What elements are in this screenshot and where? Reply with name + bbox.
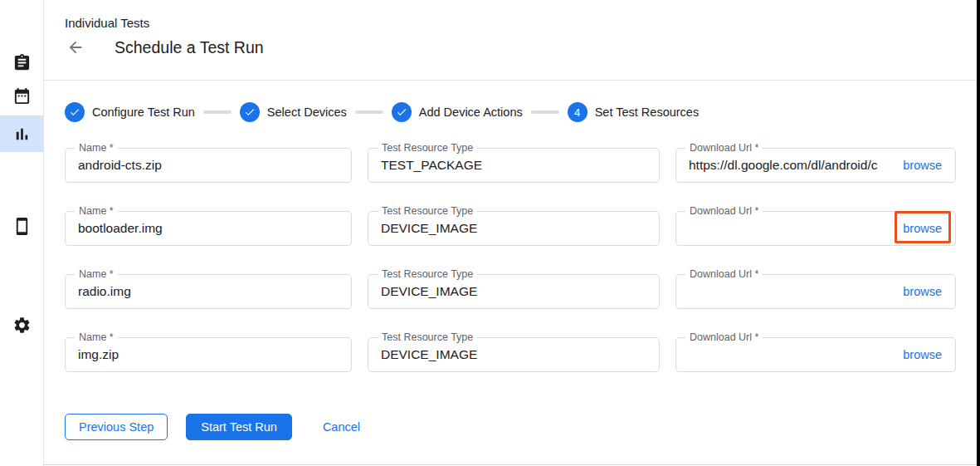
start-test-run-button[interactable]: Start Test Run [186, 414, 292, 440]
field-label: Name * [75, 268, 118, 280]
field-label: Test Resource Type [378, 205, 477, 217]
resource-type-input[interactable]: Test Resource Type DEVICE_IMAGE [368, 274, 660, 309]
step-label: Configure Test Run [92, 105, 195, 119]
field-label: Test Resource Type [378, 268, 477, 280]
resource-type-input[interactable]: Test Resource Type TEST_PACKAGE [368, 148, 660, 183]
stepper-step-select-devices[interactable]: Select Devices [240, 102, 347, 122]
resource-name-input[interactable]: Name * radio.img [65, 274, 352, 309]
browse-link[interactable]: browse [903, 222, 942, 235]
field-value: TEST_PACKAGE [368, 149, 659, 182]
stepper-connector [531, 110, 559, 114]
step-complete-circle [392, 102, 412, 122]
resource-name-input[interactable]: Name * android-cts.zip [65, 148, 352, 183]
sidebar-item-settings[interactable] [0, 307, 43, 343]
step-label: Select Devices [267, 105, 347, 119]
action-bar: Previous Step Start Test Run Cancel [65, 414, 980, 440]
step-complete-circle [65, 102, 85, 122]
header: Individual Tests Schedule a Test Run [44, 0, 980, 81]
field-label: Name * [75, 142, 118, 154]
field-value: radio.img [66, 275, 351, 308]
window-edge-bar [977, 0, 980, 466]
stepper-connector [203, 110, 232, 114]
field-value: img.zip [66, 338, 351, 371]
browse-link[interactable]: browse [903, 348, 942, 361]
resource-row: Name * bootloader.img Test Resource Type… [65, 211, 956, 246]
sidebar-item-tests[interactable] [0, 44, 43, 81]
bar-chart-icon [12, 125, 32, 144]
resource-url-input[interactable]: Download Url * browse [675, 337, 956, 372]
back-button[interactable] [66, 37, 86, 57]
field-value: DEVICE_IMAGE [368, 212, 659, 245]
stepper-connector [355, 110, 383, 114]
sidebar-item-test-runs[interactable] [0, 115, 43, 152]
clipboard-icon [12, 53, 32, 72]
stepper-step-add-device-actions[interactable]: Add Device Actions [392, 102, 523, 122]
step-label: Set Test Resources [595, 105, 699, 119]
check-icon [244, 106, 256, 118]
resource-type-input[interactable]: Test Resource Type DEVICE_IMAGE [368, 211, 660, 246]
check-icon [396, 106, 407, 118]
field-value: android-cts.zip [66, 149, 351, 182]
page-title: Schedule a Test Run [115, 38, 264, 57]
field-value: bootloader.img [66, 212, 351, 245]
stepper-step-configure-test-run[interactable]: Configure Test Run [65, 102, 195, 122]
resource-type-input[interactable]: Test Resource Type DEVICE_IMAGE [368, 337, 660, 372]
resource-url-input[interactable]: Download Url * browse [675, 211, 956, 246]
field-value: DEVICE_IMAGE [368, 338, 659, 371]
resource-url-input[interactable]: Download Url * https://dl.google.com/dl/… [675, 148, 956, 183]
step-label: Add Device Actions [419, 105, 523, 119]
stepper: Configure Test Run Select Devices Add De… [65, 102, 980, 122]
calendar-icon [12, 86, 32, 105]
field-label: Download Url * [685, 205, 763, 217]
browse-link[interactable]: browse [903, 285, 942, 298]
previous-step-button[interactable]: Previous Step [65, 414, 168, 440]
field-label: Test Resource Type [378, 331, 477, 343]
browse-link[interactable]: browse [903, 159, 942, 172]
breadcrumb: Individual Tests [65, 16, 980, 30]
field-label: Download Url * [685, 268, 763, 280]
test-resources-form: Name * android-cts.zip Test Resource Typ… [65, 148, 956, 372]
sidebar-item-devices[interactable] [0, 208, 43, 244]
field-value: https://dl.google.com/dl/android/c [676, 149, 903, 182]
resource-row: Name * img.zip Test Resource Type DEVICE… [65, 337, 956, 372]
field-value: DEVICE_IMAGE [368, 275, 659, 308]
bottom-divider [19, 464, 980, 465]
arrow-back-icon [66, 38, 85, 56]
sidebar-item-test-plans[interactable] [0, 77, 43, 114]
main-area: Individual Tests Schedule a Test Run Con… [44, 0, 980, 466]
step-complete-circle [240, 102, 260, 122]
smartphone-icon [12, 217, 32, 236]
cancel-button[interactable]: Cancel [323, 414, 360, 440]
step-current-circle: 4 [568, 102, 588, 122]
check-icon [69, 106, 80, 118]
field-label: Name * [75, 205, 118, 217]
title-row: Schedule a Test Run [65, 37, 980, 57]
field-label: Download Url * [685, 142, 763, 154]
field-label: Download Url * [685, 331, 763, 343]
stepper-step-set-test-resources[interactable]: 4 Set Test Resources [568, 102, 699, 122]
resource-row: Name * android-cts.zip Test Resource Typ… [65, 148, 956, 183]
field-label: Test Resource Type [378, 142, 477, 154]
gear-icon [12, 316, 32, 335]
resource-name-input[interactable]: Name * img.zip [65, 337, 352, 372]
resource-url-input[interactable]: Download Url * browse [675, 274, 956, 309]
step-number: 4 [574, 106, 580, 119]
field-label: Name * [75, 331, 118, 343]
app-window: Individual Tests Schedule a Test Run Con… [0, 0, 980, 466]
resource-name-input[interactable]: Name * bootloader.img [65, 211, 352, 246]
resource-row: Name * radio.img Test Resource Type DEVI… [65, 274, 956, 309]
sidebar [0, 0, 44, 466]
